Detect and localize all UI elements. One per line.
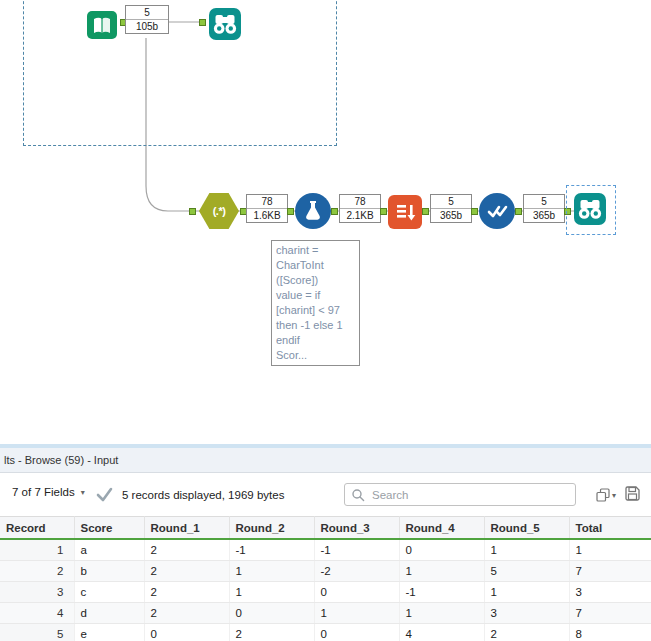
tooltip-line: [charint] < 97 — [276, 303, 355, 318]
cell: d — [74, 603, 144, 624]
input-anchor — [189, 208, 196, 215]
input-anchor — [471, 208, 478, 215]
binoculars-icon — [207, 6, 243, 42]
cell: 3 — [569, 582, 651, 603]
data-size: 1.6KB — [247, 208, 287, 222]
cell: e — [74, 624, 144, 641]
tooltip-line: Scor... — [276, 348, 355, 363]
connection-annotation[interactable]: 5 105b — [125, 5, 169, 34]
column-header[interactable]: Record — [0, 517, 74, 540]
input-anchor — [287, 208, 294, 215]
record-cell: 3 — [0, 582, 74, 603]
table-row: 2 b 2 1 -2 1 5 7 — [0, 561, 651, 582]
record-count: 5 — [524, 195, 564, 208]
cell: -2 — [314, 561, 399, 582]
table-row: 3 c 2 1 0 -1 1 3 — [0, 582, 651, 603]
data-size: 2.1KB — [340, 208, 380, 222]
column-header[interactable]: Total — [569, 517, 651, 540]
double-check-icon — [483, 197, 511, 225]
fields-dropdown-label: 7 of 7 Fields — [12, 486, 75, 498]
connection-annotation[interactable]: 78 1.6KB — [246, 194, 288, 223]
column-header[interactable]: Round_4 — [399, 517, 484, 540]
records-displayed-label: 5 records displayed, 1969 bytes — [122, 489, 284, 501]
chevron-down-icon: ▾ — [81, 488, 85, 497]
book-icon — [84, 7, 120, 43]
alteryx-window: 5 105b (.*) 78 1.6KB — [0, 0, 651, 641]
cell: 5 — [484, 561, 569, 582]
table-row: 4 d 2 0 1 1 3 7 — [0, 603, 651, 624]
formula-tooltip: charint = CharToInt ([Score]) value = if… — [271, 240, 360, 366]
tool-container-box[interactable] — [23, 0, 337, 146]
record-count: 5 — [126, 6, 168, 19]
cell: 1 — [484, 582, 569, 603]
cell: 0 — [399, 539, 484, 561]
cell: -1 — [229, 539, 314, 561]
copy-icon — [594, 486, 612, 504]
search-icon — [351, 488, 365, 502]
tooltip-line: endif — [276, 333, 355, 348]
cell: 0 — [314, 582, 399, 603]
cell: 2 — [144, 561, 229, 582]
record-count: 5 — [431, 195, 471, 208]
cell: 2 — [144, 603, 229, 624]
record-cell: 1 — [0, 539, 74, 561]
binoculars-icon — [572, 191, 608, 227]
save-button[interactable] — [624, 485, 641, 502]
regex-tool[interactable]: (.*) — [199, 193, 239, 229]
table-row: 5 e 0 2 0 4 2 8 — [0, 624, 651, 641]
search-box[interactable] — [344, 483, 576, 506]
column-header[interactable]: Round_3 — [314, 517, 399, 540]
summarize-tool[interactable] — [388, 195, 422, 229]
cell: 1 — [314, 603, 399, 624]
results-panel: lts - Browse (59) - Input 7 of 7 Fields … — [0, 444, 651, 641]
cell: 7 — [569, 603, 651, 624]
flask-icon — [300, 198, 326, 224]
cell: b — [74, 561, 144, 582]
fields-dropdown[interactable]: 7 of 7 Fields ▾ — [12, 486, 85, 498]
cell: 2 — [144, 582, 229, 603]
copy-options-button[interactable]: ▾ — [594, 486, 616, 504]
input-data-tool[interactable] — [84, 7, 120, 43]
record-cell: 4 — [0, 603, 74, 624]
input-anchor — [199, 19, 206, 26]
cell: 7 — [569, 561, 651, 582]
tooltip-line: charint = — [276, 243, 355, 258]
record-cell: 2 — [0, 561, 74, 582]
browse-tool-selected[interactable] — [572, 191, 608, 227]
formula-tool[interactable] — [295, 193, 331, 229]
connection-annotation[interactable]: 78 2.1KB — [339, 194, 381, 223]
input-anchor — [380, 208, 387, 215]
column-header[interactable]: Score — [74, 517, 144, 540]
data-quality-toggle[interactable] — [96, 487, 113, 506]
cell: 1 — [484, 539, 569, 561]
unique-tool[interactable] — [479, 193, 515, 229]
workflow-canvas[interactable]: 5 105b (.*) 78 1.6KB — [0, 0, 651, 444]
search-input[interactable] — [370, 488, 564, 502]
column-header[interactable]: Round_1 — [144, 517, 229, 540]
column-header[interactable]: Round_2 — [229, 517, 314, 540]
connection-annotation[interactable]: 5 365b — [523, 194, 565, 223]
save-icon — [624, 485, 641, 502]
tooltip-line: CharToInt — [276, 258, 355, 273]
cell: 3 — [484, 603, 569, 624]
cell: 2 — [229, 624, 314, 641]
output-anchor — [331, 208, 338, 215]
summarize-icon — [392, 199, 418, 225]
cell: 1 — [229, 582, 314, 603]
results-table: Record Score Round_1 Round_2 Round_3 Rou… — [0, 516, 651, 641]
chevron-down-icon: ▾ — [612, 491, 616, 500]
regex-icon: (.*) — [199, 193, 239, 229]
connection-annotation[interactable]: 5 365b — [430, 194, 472, 223]
cell: a — [74, 539, 144, 561]
browse-tool[interactable] — [207, 6, 243, 42]
results-toolbar: 7 of 7 Fields ▾ 5 records displayed, 196… — [0, 473, 651, 516]
cell: 1 — [229, 561, 314, 582]
table-row: 1 a 2 -1 -1 0 1 1 — [0, 539, 651, 561]
output-anchor — [515, 208, 522, 215]
column-header[interactable]: Round_5 — [484, 517, 569, 540]
cell: 0 — [314, 624, 399, 641]
cell: c — [74, 582, 144, 603]
header-row: Record Score Round_1 Round_2 Round_3 Rou… — [0, 517, 651, 540]
cell: 8 — [569, 624, 651, 641]
record-count: 78 — [340, 195, 380, 208]
